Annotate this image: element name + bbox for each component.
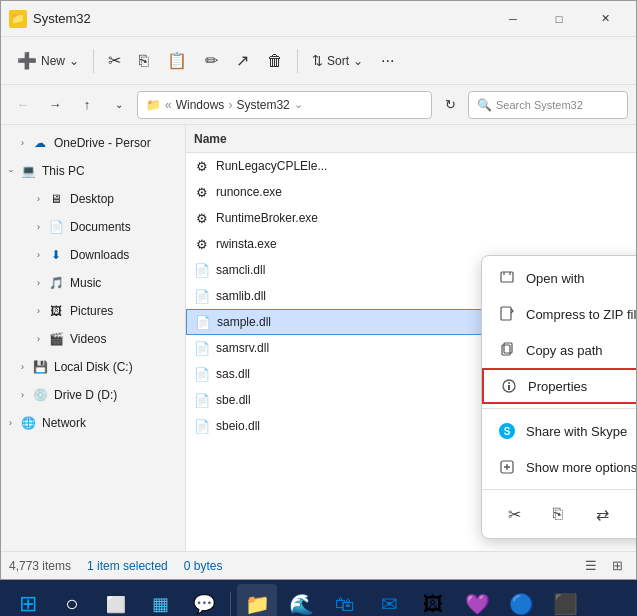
file-row[interactable]: ⚙ rwinsta.exe bbox=[186, 231, 636, 257]
paste-icon: 📋 bbox=[167, 51, 187, 70]
ctx-move-action[interactable]: ⇄ bbox=[586, 498, 618, 530]
file-icon: 📄 bbox=[195, 314, 211, 330]
status-bar: 4,773 items 1 item selected 0 bytes ☰ ⊞ bbox=[1, 551, 636, 579]
expand-arrow-downloads: › bbox=[37, 250, 40, 260]
file-name: sbeio.dll bbox=[216, 419, 472, 433]
ctx-skype-icon: S bbox=[498, 422, 516, 440]
grid-view-button[interactable]: ⊞ bbox=[606, 555, 628, 577]
sidebar-item-local-disk[interactable]: › 💾 Local Disk (C:) bbox=[1, 353, 185, 381]
taskbar-search[interactable]: ○ bbox=[52, 584, 92, 616]
sidebar-item-documents[interactable]: › 📄 Documents bbox=[1, 213, 185, 241]
ctx-copy-path[interactable]: Copy as path bbox=[482, 332, 636, 368]
more-icon: ··· bbox=[381, 52, 394, 70]
cut-button[interactable]: ✂ bbox=[100, 45, 129, 76]
sort-label: Sort bbox=[327, 54, 349, 68]
taskbar-widgets[interactable]: ▦ bbox=[140, 584, 180, 616]
file-icon: 📄 bbox=[194, 418, 210, 434]
file-row[interactable]: ⚙ RunLegacyCPLEle... bbox=[186, 153, 636, 179]
refresh-button[interactable]: ↻ bbox=[436, 91, 464, 119]
taskbar-separator bbox=[230, 592, 231, 616]
share-button[interactable]: ↗ bbox=[228, 45, 257, 76]
address-path[interactable]: 📁 « Windows › System32 ⌄ bbox=[137, 91, 432, 119]
onedrive-icon: ☁ bbox=[32, 135, 48, 151]
sidebar-item-onedrive[interactable]: › ☁ OneDrive - Persor bbox=[1, 129, 185, 157]
file-icon: 📄 bbox=[194, 262, 210, 278]
sidebar-item-this-pc[interactable]: › 💻 This PC bbox=[1, 157, 185, 185]
close-button[interactable]: ✕ bbox=[582, 3, 628, 35]
recent-button[interactable]: ⌄ bbox=[105, 91, 133, 119]
ctx-properties[interactable]: Properties Alt+Enter bbox=[482, 368, 636, 404]
paste-button[interactable]: 📋 bbox=[159, 45, 195, 76]
ctx-share-action[interactable]: ↗ bbox=[630, 498, 636, 530]
file-row[interactable]: ⚙ runonce.exe bbox=[186, 179, 636, 205]
sidebar-label-this-pc: This PC bbox=[42, 164, 85, 178]
ctx-share-skype[interactable]: S Share with Skype bbox=[482, 413, 636, 449]
taskbar-chat[interactable]: 💬 bbox=[184, 584, 224, 616]
taskbar-taskview[interactable]: ⬜ bbox=[96, 584, 136, 616]
expand-arrow-pictures: › bbox=[37, 306, 40, 316]
sidebar-item-desktop[interactable]: › 🖥 Desktop bbox=[1, 185, 185, 213]
taskbar-messenger[interactable]: 💜 bbox=[457, 584, 497, 616]
ctx-cut-action[interactable]: ✂ bbox=[498, 498, 530, 530]
search-box[interactable]: 🔍 Search System32 bbox=[468, 91, 628, 119]
sidebar-label-onedrive: OneDrive - Persor bbox=[54, 136, 151, 150]
sort-button[interactable]: ⇅ Sort ⌄ bbox=[304, 47, 371, 74]
expand-arrow-videos: › bbox=[37, 334, 40, 344]
expand-arrow-network: › bbox=[9, 418, 12, 428]
minimize-button[interactable]: ─ bbox=[490, 3, 536, 35]
taskbar-chrome[interactable]: 🔵 bbox=[501, 584, 541, 616]
back-button[interactable]: ← bbox=[9, 91, 37, 119]
taskbar-store[interactable]: 🛍 bbox=[325, 584, 365, 616]
ctx-open-with[interactable]: Open with Enter bbox=[482, 260, 636, 296]
ctx-compress[interactable]: Compress to ZIP file bbox=[482, 296, 636, 332]
ctx-compress-label: Compress to ZIP file bbox=[526, 307, 636, 322]
sidebar-item-music[interactable]: › 🎵 Music bbox=[1, 269, 185, 297]
taskbar-photos[interactable]: 🖼 bbox=[413, 584, 453, 616]
file-row[interactable]: ⚙ RuntimeBroker.exe bbox=[186, 205, 636, 231]
file-icon: 📄 bbox=[194, 340, 210, 356]
taskbar-edge[interactable]: 🌊 bbox=[281, 584, 321, 616]
ctx-compress-icon bbox=[498, 305, 516, 323]
ctx-open-with-icon bbox=[498, 269, 516, 287]
file-name: runonce.exe bbox=[216, 185, 628, 199]
pictures-icon: 🖼 bbox=[48, 303, 64, 319]
ctx-show-more[interactable]: Show more options Shift+F10 bbox=[482, 449, 636, 485]
taskbar-start[interactable]: ⊞ bbox=[8, 584, 48, 616]
up-button[interactable]: ↑ bbox=[73, 91, 101, 119]
sidebar-item-videos[interactable]: › 🎬 Videos bbox=[1, 325, 185, 353]
address-folder-icon: 📁 bbox=[146, 98, 161, 112]
file-name: RunLegacyCPLEle... bbox=[216, 159, 628, 173]
window-icon: 📁 bbox=[9, 10, 27, 28]
sidebar-label-pictures: Pictures bbox=[70, 304, 113, 318]
sidebar-item-pictures[interactable]: › 🖼 Pictures bbox=[1, 297, 185, 325]
file-name: sbe.dll bbox=[216, 393, 472, 407]
more-button[interactable]: ··· bbox=[373, 46, 402, 76]
share-icon: ↗ bbox=[236, 51, 249, 70]
cut-icon: ✂ bbox=[108, 51, 121, 70]
main-content: › ☁ OneDrive - Persor › 💻 This PC › 🖥 De… bbox=[1, 125, 636, 551]
file-name: sas.dll bbox=[216, 367, 472, 381]
videos-icon: 🎬 bbox=[48, 331, 64, 347]
taskbar-mail[interactable]: ✉ bbox=[369, 584, 409, 616]
new-button[interactable]: ➕ New ⌄ bbox=[9, 45, 87, 76]
forward-button[interactable]: → bbox=[41, 91, 69, 119]
taskbar-explorer[interactable]: 📁 bbox=[237, 584, 277, 616]
toolbar-separator-1 bbox=[93, 49, 94, 73]
sidebar-item-network[interactable]: › 🌐 Network bbox=[1, 409, 185, 437]
delete-button[interactable]: 🗑 bbox=[259, 46, 291, 76]
ctx-copy-action[interactable]: ⎘ bbox=[542, 498, 574, 530]
sidebar-item-downloads[interactable]: › ⬇ Downloads bbox=[1, 241, 185, 269]
copy-icon: ⎘ bbox=[139, 52, 149, 70]
copy-button[interactable]: ⎘ bbox=[131, 46, 157, 76]
list-view-button[interactable]: ☰ bbox=[580, 555, 602, 577]
address-part1: Windows bbox=[176, 98, 225, 112]
downloads-icon: ⬇ bbox=[48, 247, 64, 263]
music-icon: 🎵 bbox=[48, 275, 64, 291]
sidebar-label-drive-d: Drive D (D:) bbox=[54, 388, 117, 402]
network-icon: 🌐 bbox=[20, 415, 36, 431]
sidebar-item-drive-d[interactable]: › 💿 Drive D (D:) bbox=[1, 381, 185, 409]
taskbar-terminal[interactable]: ⬛ bbox=[545, 584, 585, 616]
rename-button[interactable]: ✏ bbox=[197, 45, 226, 76]
maximize-button[interactable]: □ bbox=[536, 3, 582, 35]
file-name: rwinsta.exe bbox=[216, 237, 628, 251]
